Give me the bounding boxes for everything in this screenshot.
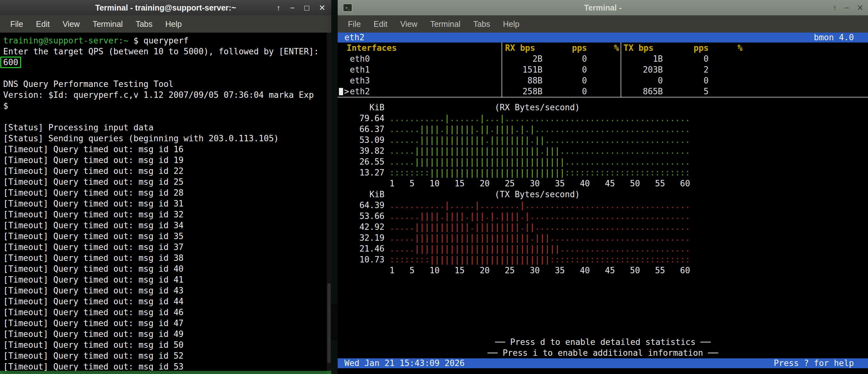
bmon-bottom-pad: [338, 368, 868, 374]
terminal-line: [Timeout] Query timed out: msg id 50: [3, 339, 331, 350]
column-header-rx-pps: pps: [542, 42, 587, 54]
close-button[interactable]: ✕: [857, 4, 864, 12]
cursor-block: [339, 88, 343, 95]
right-titlebar[interactable]: >_ Terminal - ↑−✕: [338, 0, 868, 15]
desktop-background-strip: [0, 371, 331, 374]
terminal-line: [Timeout] Query timed out: msg id 49: [3, 329, 331, 339]
column-header-interfaces: Interfaces: [338, 42, 501, 54]
terminal-line: [Timeout] Query timed out: msg id 41: [3, 274, 331, 285]
window-buttons: ↑−□✕: [277, 0, 326, 15]
terminal-line: [Timeout] Query timed out: msg id 44: [3, 296, 331, 307]
terminal-line: [Timeout] Query timed out: msg id 40: [3, 263, 331, 274]
terminal-line: 600: [3, 57, 331, 68]
menubar: FileEditViewTerminalTabsHelp: [338, 15, 868, 33]
scrollbar-thumb[interactable]: [328, 283, 331, 363]
rollup-button[interactable]: ↑: [277, 4, 281, 12]
terminal-line: [Timeout] Query timed out: msg id 32: [3, 209, 331, 220]
menu-edit[interactable]: Edit: [29, 20, 56, 29]
selected-interface-label: eth2: [344, 33, 365, 42]
bmon-interface-table: Interfaces RX bps pps % TX bps pps % eth…: [338, 42, 868, 98]
minimize-button[interactable]: −: [844, 4, 849, 12]
terminal-line: [Timeout] Query timed out: msg id 53: [3, 361, 331, 371]
menu-file[interactable]: File: [4, 20, 29, 29]
terminal-output-lines: training@support-server:~ $ queryperfEnt…: [3, 35, 331, 371]
rollup-button[interactable]: ↑: [833, 4, 837, 12]
bmon-empty-area: [338, 276, 868, 337]
window-title: Terminal -: [338, 0, 868, 15]
terminal-line: [Timeout] Query timed out: msg id 43: [3, 285, 331, 296]
terminal-line: $: [3, 100, 331, 111]
terminal-line: [Timeout] Query timed out: msg id 38: [3, 252, 331, 263]
bmon-interface-row: eth1151B0203B2: [338, 64, 868, 75]
terminal-line: Enter the target QPS (between 10 to 5000…: [3, 46, 331, 57]
terminal-line: [Status] Sending queries (beginning with…: [3, 133, 331, 144]
minimize-button[interactable]: −: [290, 4, 295, 12]
terminal-line: [Timeout] Query timed out: msg id 35: [3, 231, 331, 242]
bmon-interface-row: eth388B000: [338, 75, 868, 86]
selection-marker: >: [344, 86, 349, 97]
column-header-tx-pct: %: [709, 42, 743, 54]
menu-tabs[interactable]: Tabs: [467, 20, 497, 29]
rx-graph: KiB (RX Bytes/second) 79.64 ...........|…: [344, 102, 868, 189]
terminal-line: [Timeout] Query timed out: msg id 28: [3, 187, 331, 198]
bmon-interface-row: eth02B01B0: [338, 54, 868, 64]
terminal-line: [Timeout] Query timed out: msg id 22: [3, 166, 331, 176]
bmon-interface-row: >eth2258B0865B5: [338, 86, 868, 97]
terminal-line: [Timeout] Query timed out: msg id 31: [3, 198, 331, 209]
window-buttons: ↑−✕: [833, 0, 864, 15]
menu-help[interactable]: Help: [159, 20, 188, 29]
column-header-tx-bps: TX bps: [619, 42, 663, 54]
menu-help[interactable]: Help: [496, 20, 526, 29]
menu-view[interactable]: View: [394, 20, 424, 29]
terminal-line: DNS Query Performance Testing Tool: [3, 79, 331, 90]
bmon-statusbar: Wed Jan 21 15:43:09 2026 Press ? for hel…: [338, 358, 868, 368]
terminal-line: [Timeout] Query timed out: msg id 37: [3, 242, 331, 252]
menu-file[interactable]: File: [341, 20, 367, 29]
terminal-line: [Timeout] Query timed out: msg id 47: [3, 318, 331, 329]
column-header-tx-pps: pps: [663, 42, 709, 54]
column-header-rx-bps: RX bps: [501, 42, 542, 54]
bmon-hint-additional: ── Press i to enable additional informat…: [338, 347, 868, 358]
close-button[interactable]: ✕: [319, 4, 326, 12]
qps-value-highlight: 600: [0, 57, 21, 68]
terminal-line: [Timeout] Query timed out: msg id 52: [3, 350, 331, 361]
bmon-version-label: bmon 4.0: [814, 33, 854, 42]
column-header-rx-pct: %: [587, 42, 619, 54]
bmon-topbar: eth2 bmon 4.0: [338, 33, 868, 42]
left-terminal-window: Terminal - training@support-server:~ ↑−□…: [0, 0, 331, 371]
bmon-table-header: Interfaces RX bps pps % TX bps pps %: [338, 42, 868, 54]
menu-tabs[interactable]: Tabs: [129, 20, 159, 29]
terminal-line: Version: $Id: queryperf.c,v 1.12 2007/09…: [3, 90, 331, 100]
terminal-line: training@support-server:~ $ queryperf: [3, 35, 331, 46]
terminal-output[interactable]: training@support-server:~ $ queryperfEnt…: [0, 33, 331, 371]
terminal-line: [Status] Processing input data: [3, 122, 331, 133]
terminal-line: [3, 111, 331, 122]
menu-edit[interactable]: Edit: [367, 20, 394, 29]
bmon-app: eth2 bmon 4.0 Interfaces RX bps pps % TX…: [338, 33, 868, 374]
bmon-table-rows: eth02B01B0eth1151B0203B2eth388B000>eth22…: [338, 54, 868, 97]
statusbar-datetime: Wed Jan 21 15:43:09 2026: [344, 358, 465, 368]
menubar: FileEditViewTerminalTabsHelp: [0, 15, 331, 33]
tx-graph: KiB (TX Bytes/second) 64.39 ...........|…: [344, 189, 868, 276]
terminal-line: [Timeout] Query timed out: msg id 16: [3, 144, 331, 155]
maximize-button[interactable]: □: [304, 4, 309, 12]
bmon-hint-detailed: ── Press d to enable detailed statistics…: [338, 337, 868, 347]
left-titlebar[interactable]: Terminal - training@support-server:~ ↑−□…: [0, 0, 331, 15]
menu-view[interactable]: View: [56, 20, 86, 29]
scrollbar[interactable]: [327, 33, 331, 371]
terminal-line: [Timeout] Query timed out: msg id 25: [3, 176, 331, 187]
terminal-line: [Timeout] Query timed out: msg id 19: [3, 155, 331, 166]
bmon-terminal[interactable]: eth2 bmon 4.0 Interfaces RX bps pps % TX…: [338, 33, 868, 374]
statusbar-help-hint: Press ? for help: [774, 358, 854, 368]
terminal-line: [Timeout] Query timed out: msg id 46: [3, 307, 331, 318]
menu-terminal[interactable]: Terminal: [86, 20, 129, 29]
terminal-line: [3, 68, 331, 79]
terminal-line: [Timeout] Query timed out: msg id 34: [3, 220, 331, 231]
right-terminal-window: >_ Terminal - ↑−✕ FileEditViewTerminalTa…: [338, 0, 868, 374]
menu-terminal[interactable]: Terminal: [424, 20, 467, 29]
